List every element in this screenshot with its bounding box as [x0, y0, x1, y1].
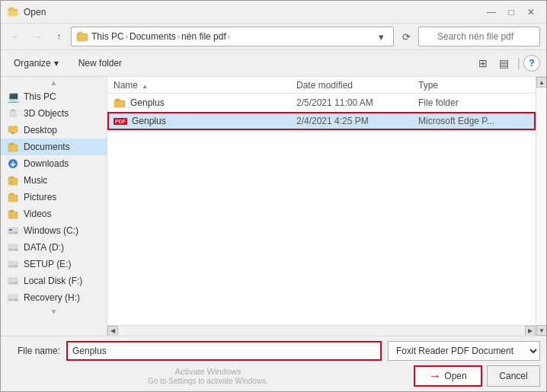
sidebar-item-3dobjects[interactable]: 3D Objects [1, 105, 107, 122]
forward-button[interactable]: → [28, 28, 46, 45]
col-type[interactable]: Type [412, 78, 534, 92]
folder-file-icon [114, 97, 126, 109]
file-name-col: Genplus [107, 97, 290, 109]
sidebar-item-setup-e[interactable]: SETUP (E:) [1, 256, 107, 272]
search-container: 🔍 [418, 27, 540, 46]
buttons-row: Activate Windows Go to Settings to activ… [7, 365, 540, 387]
setup-drive-icon [7, 258, 19, 270]
svg-text:♪: ♪ [10, 180, 12, 184]
v-scroll-down[interactable]: ▼ [536, 325, 546, 336]
file-date-pdf: 2/4/2021 4:25 PM [290, 116, 412, 126]
local-disk-icon [7, 275, 19, 287]
sidebar-item-windows-c[interactable]: Windows (C:) [1, 222, 107, 239]
svg-marker-4 [9, 109, 17, 111]
address-thispc[interactable]: This PC [91, 31, 124, 42]
sidebar-item-recovery-h[interactable]: Recovery (H:) [1, 289, 107, 306]
new-folder-button[interactable]: New folder [72, 53, 129, 73]
col-date-label: Date modified [296, 80, 353, 91]
sidebar-item-thispc[interactable]: 💻 This PC [1, 88, 107, 105]
filename-label: File name: [7, 346, 60, 356]
address-folder[interactable]: nén file pdf [181, 31, 226, 42]
view-icon: ⊞ [478, 57, 488, 69]
address-sep1: › [126, 33, 128, 41]
minimize-button[interactable]: — [482, 4, 501, 21]
sidebar-item-documents[interactable]: Documents [1, 139, 107, 155]
sidebar-label-thispc: This PC [24, 91, 56, 102]
organize-button[interactable]: Organize ▾ [7, 53, 66, 73]
sidebar-label-desktop: Desktop [24, 125, 57, 135]
close-button[interactable]: ✕ [522, 4, 540, 21]
refresh-button[interactable]: ⟳ [397, 28, 415, 45]
filename-input[interactable] [66, 341, 382, 361]
sidebar-scroll-up[interactable]: ▲ [1, 77, 107, 88]
sidebar-item-data-d[interactable]: DATA (D:) [1, 239, 107, 256]
cancel-button[interactable]: Cancel [487, 365, 540, 387]
filename-input-container [66, 341, 382, 361]
filetype-select[interactable]: Foxit Reader PDF Document [388, 341, 540, 361]
open-dialog: Open — □ ✕ ← → ↑ This PC › Documents [0, 0, 547, 392]
help-icon: ? [529, 58, 534, 69]
pdf-badge: PDF [114, 118, 127, 125]
svg-point-15 [15, 232, 17, 234]
maximize-button[interactable]: □ [502, 4, 520, 21]
view-sep: | [517, 56, 520, 70]
up-button[interactable]: ↑ [50, 28, 68, 45]
svg-rect-6 [11, 132, 14, 134]
sidebar-scroll-down[interactable]: ▼ [1, 306, 107, 317]
file-name-pdf-genplus: Genplus [132, 116, 166, 126]
view-toggle-button[interactable]: ⊞ [473, 55, 493, 72]
title-bar: Open — □ ✕ [1, 1, 546, 24]
search-input[interactable] [418, 27, 540, 46]
sidebar-label-windows-c: Windows (C:) [24, 225, 78, 236]
folder-icon [76, 30, 88, 43]
sidebar-item-local-disk-f[interactable]: Local Disk (F:) [1, 272, 107, 289]
nav-toolbar: ← → ↑ This PC › Documents › nén file pdf… [1, 24, 546, 50]
address-dropdown-button[interactable]: ▾ [373, 28, 389, 45]
main-area: ▲ 💻 This PC 3D Objects [1, 77, 546, 336]
v-scroll-up[interactable]: ▲ [536, 77, 546, 88]
address-parts: This PC › Documents › nén file pdf › [91, 31, 370, 42]
help-button[interactable]: ? [523, 55, 540, 72]
open-button[interactable]: → Open [414, 365, 482, 387]
v-scrollbar: ▲ ▼ [536, 77, 546, 336]
title-bar-title: Open [24, 7, 46, 18]
sidebar-item-videos[interactable]: Videos [1, 206, 107, 222]
view-list-button[interactable]: ▤ [494, 55, 514, 72]
documents-icon [7, 141, 19, 153]
h-scrollbar: ◀ ▶ [107, 325, 536, 336]
3dobjects-icon [7, 107, 19, 120]
address-documents[interactable]: Documents [130, 31, 176, 42]
table-row[interactable]: PDF Genplus 2/4/2021 4:25 PM Microsoft E… [107, 112, 536, 130]
open-label: Open [444, 371, 466, 381]
view-list-icon: ▤ [499, 57, 509, 69]
back-icon: ← [11, 31, 21, 42]
desktop-icon [7, 124, 19, 136]
h-scroll-right[interactable]: ▶ [525, 326, 536, 336]
h-scroll-left[interactable]: ◀ [107, 326, 118, 336]
sidebar-label-setup-e: SETUP (E:) [24, 259, 71, 269]
sidebar-item-desktop[interactable]: Desktop [1, 122, 107, 139]
back-button[interactable]: ← [7, 28, 25, 45]
sidebar-label-3dobjects: 3D Objects [24, 108, 69, 119]
arrow-right-icon: → [429, 369, 441, 383]
forward-icon: → [33, 31, 42, 42]
col-size[interactable]: Size [534, 78, 536, 92]
address-sep3: › [228, 33, 230, 41]
svg-rect-1 [8, 11, 18, 16]
sidebar-item-music[interactable]: ♪ Music [1, 172, 107, 189]
title-bar-left: Open [7, 6, 46, 18]
file-type-folder: File folder [412, 97, 534, 108]
col-date[interactable]: Date modified [290, 78, 412, 92]
svg-rect-29 [114, 100, 125, 107]
svg-point-22 [15, 266, 17, 267]
sidebar-label-local-disk-f: Local Disk (F:) [24, 276, 82, 286]
table-row[interactable]: Genplus 2/5/2021 11:00 AM File folder [107, 94, 536, 112]
sidebar-item-downloads[interactable]: Downloads [1, 155, 107, 172]
sidebar-label-music: Music [24, 175, 47, 186]
sidebar-label-recovery-h: Recovery (H:) [24, 292, 80, 303]
data-drive-icon [7, 241, 19, 253]
action-bar: Organize ▾ New folder ⊞ ▤ | ? [1, 50, 546, 77]
sidebar-item-pictures[interactable]: Pictures [1, 189, 107, 206]
col-name[interactable]: Name ▲ [107, 78, 290, 92]
address-bar[interactable]: This PC › Documents › nén file pdf › ▾ [71, 27, 394, 46]
